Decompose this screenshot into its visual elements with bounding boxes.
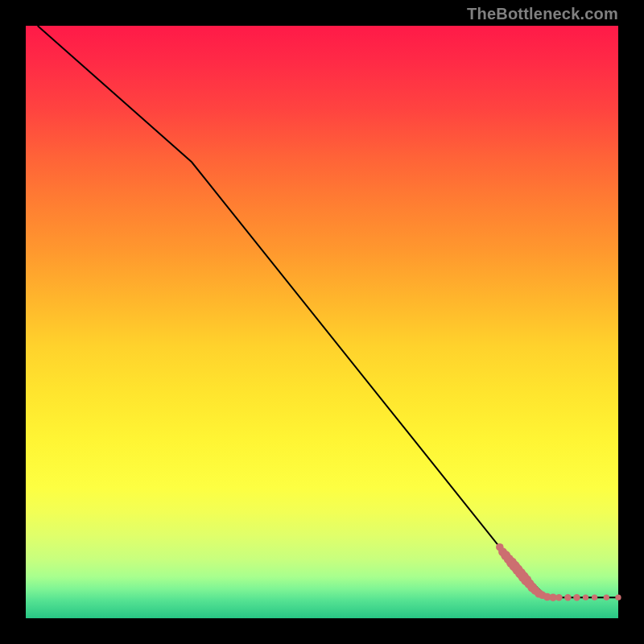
branding-label: TheBottleneck.com [467, 5, 618, 23]
overlay-svg [26, 26, 618, 618]
scatter-dots [496, 543, 621, 601]
main-curve [38, 26, 618, 597]
scatter-dot [573, 594, 580, 601]
scatter-dot [583, 595, 588, 601]
chart-root: TheBottleneck.com [0, 0, 644, 644]
scatter-dot [604, 595, 609, 601]
scatter-dot [564, 594, 571, 601]
scatter-dot [615, 595, 621, 601]
scatter-dot [592, 595, 597, 601]
scatter-dot [555, 594, 562, 601]
